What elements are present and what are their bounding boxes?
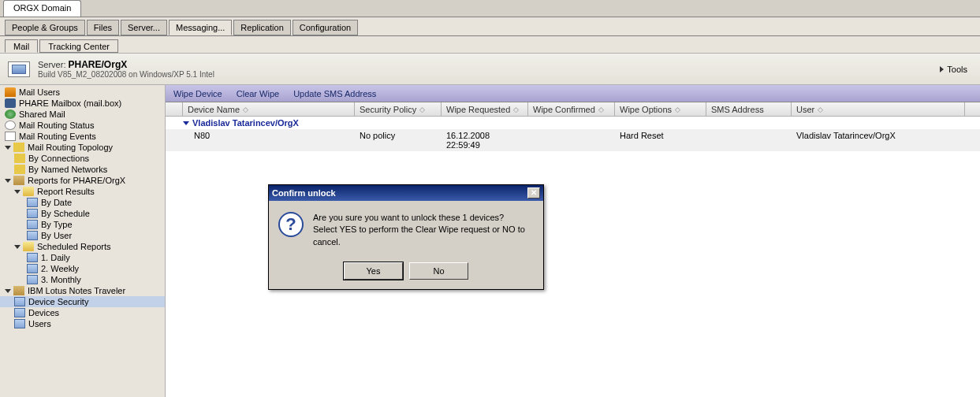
- column-header[interactable]: Wipe Options◇: [615, 102, 706, 116]
- column-header[interactable]: Device Name◇: [183, 102, 355, 116]
- sidebar-item[interactable]: By Date: [0, 197, 165, 208]
- action-link[interactable]: Update SMS Address: [293, 89, 376, 98]
- table-row[interactable]: N80No policy16.12.200822:59:49Hard Reset…: [166, 129, 980, 151]
- column-header[interactable]: Wipe Requested◇: [442, 102, 528, 116]
- grid-icon: [27, 264, 38, 273]
- module-tab[interactable]: Replication: [233, 20, 290, 35]
- sidebar-item-label: By Schedule: [41, 209, 90, 218]
- sidebar-item-label: 1. Daily: [41, 253, 70, 262]
- action-bar: Wipe DeviceClear WipeUpdate SMS Address: [166, 85, 980, 102]
- chevron-down-icon: [14, 190, 20, 194]
- sidebar-item[interactable]: Mail Routing Events: [0, 131, 165, 142]
- sidebar-item[interactable]: Device Security: [0, 296, 165, 307]
- sidebar-item-label: Reports for PHARE/OrgX: [28, 176, 125, 185]
- dialog-message: Are you sure you want to unlock these 1 …: [313, 212, 534, 248]
- sidebar-item[interactable]: Report Results: [0, 186, 165, 197]
- sidebar-item[interactable]: 3. Monthly: [0, 274, 165, 285]
- column-header[interactable]: User◇: [792, 102, 965, 116]
- server-build: Build V85_M2_08202008 on Windows/XP 5.1 …: [38, 70, 935, 79]
- sidebar-item[interactable]: By Type: [0, 219, 165, 230]
- module-tab[interactable]: Server...: [121, 20, 167, 35]
- grid-icon: [27, 198, 38, 207]
- sidebar-item[interactable]: IBM Lotus Notes Traveler: [0, 285, 165, 296]
- grid-icon: [27, 220, 38, 229]
- yes-button[interactable]: Yes: [344, 262, 403, 280]
- sidebar-item[interactable]: Reports for PHARE/OrgX: [0, 175, 165, 186]
- server-name: PHARE/OrgX: [69, 59, 128, 70]
- grid-icon: [14, 297, 25, 306]
- folder-icon: [23, 242, 34, 251]
- sidebar-item-label: IBM Lotus Notes Traveler: [28, 286, 125, 295]
- chevron-down-icon: [14, 245, 20, 249]
- sort-icon: ◇: [598, 106, 604, 113]
- sidebar-item[interactable]: PHARE Mailbox (mail.box): [0, 98, 165, 109]
- sidebar-item[interactable]: By Named Networks: [0, 164, 165, 175]
- device-table: Device Name◇Security Policy◇Wipe Request…: [166, 102, 980, 151]
- folder-icon: [23, 187, 34, 196]
- sidebar-item-label: Users: [28, 319, 51, 328]
- module-tab-bar: People & GroupsFilesServer...Messaging..…: [0, 17, 980, 36]
- net-icon: [14, 165, 25, 174]
- cell: [706, 130, 792, 150]
- cell: [528, 130, 615, 150]
- close-button[interactable]: ✕: [527, 187, 540, 198]
- server-label: Server:: [38, 60, 65, 69]
- category-row[interactable]: Vladislav Tatarincev/OrgX: [166, 117, 980, 129]
- sub-tab[interactable]: Mail: [5, 39, 38, 53]
- sub-tab-bar: MailTracking Center: [0, 36, 980, 54]
- module-tab[interactable]: Files: [87, 20, 119, 35]
- sidebar-item[interactable]: 2. Weekly: [0, 263, 165, 274]
- confirm-dialog: Confirm unlock ✕ ? Are you sure you want…: [268, 184, 544, 290]
- sidebar-item[interactable]: Devices: [0, 307, 165, 318]
- clock-icon: [5, 121, 16, 130]
- sidebar-item-label: 2. Weekly: [41, 264, 79, 273]
- sidebar-item-label: Devices: [28, 308, 59, 317]
- book-icon: [13, 176, 24, 185]
- module-tab[interactable]: Configuration: [293, 20, 358, 35]
- grid-icon: [14, 308, 25, 317]
- sidebar-item[interactable]: Users: [0, 318, 165, 329]
- cell: N80: [183, 130, 355, 150]
- domain-tab-bar: ORGX Domain: [0, 0, 980, 17]
- sidebar-item[interactable]: By Connections: [0, 153, 165, 164]
- server-icon: [8, 61, 30, 77]
- module-tab[interactable]: People & Groups: [5, 20, 85, 35]
- sidebar-item-label: By Date: [41, 198, 72, 207]
- no-button[interactable]: No: [409, 262, 468, 280]
- cell: Vladislav Tatarincev/OrgX: [792, 130, 965, 150]
- sidebar-item[interactable]: Scheduled Reports: [0, 241, 165, 252]
- sidebar-item-label: Mail Routing Topology: [28, 143, 113, 152]
- sidebar-item-label: By User: [41, 231, 72, 240]
- cell: 16.12.200822:59:49: [442, 130, 528, 150]
- action-link[interactable]: Clear Wipe: [237, 89, 279, 98]
- sidebar-item-label: 3. Monthly: [41, 275, 81, 284]
- sidebar-item-label: Mail Routing Status: [19, 121, 94, 130]
- sub-tab[interactable]: Tracking Center: [39, 39, 118, 53]
- sidebar-item-label: Scheduled Reports: [37, 242, 111, 251]
- module-tab[interactable]: Messaging...: [169, 20, 232, 35]
- grid-icon: [27, 275, 38, 284]
- column-header[interactable]: Wipe Confirmed◇: [528, 102, 615, 116]
- chevron-down-icon: [183, 121, 189, 125]
- db-icon: [5, 98, 16, 108]
- sidebar-item[interactable]: Mail Routing Topology: [0, 142, 165, 153]
- sidebar-item[interactable]: Mail Routing Status: [0, 120, 165, 131]
- sort-icon: ◇: [675, 106, 680, 113]
- book-icon: [13, 286, 24, 295]
- sidebar-item[interactable]: Shared Mail: [0, 109, 165, 120]
- tools-button[interactable]: Tools: [935, 63, 972, 76]
- column-header[interactable]: SMS Address: [706, 102, 792, 116]
- sidebar-item[interactable]: By User: [0, 230, 165, 241]
- domain-tab[interactable]: ORGX Domain: [3, 0, 81, 17]
- sidebar: Mail UsersPHARE Mailbox (mail.box)Shared…: [0, 85, 166, 397]
- sidebar-item[interactable]: 1. Daily: [0, 252, 165, 263]
- table-header: Device Name◇Security Policy◇Wipe Request…: [166, 102, 980, 117]
- grid-icon: [14, 319, 25, 328]
- action-link[interactable]: Wipe Device: [173, 89, 222, 98]
- column-header[interactable]: Security Policy◇: [355, 102, 442, 116]
- sidebar-item[interactable]: By Schedule: [0, 208, 165, 219]
- category-label: Vladislav Tatarincev/OrgX: [192, 118, 299, 128]
- sidebar-item[interactable]: Mail Users: [0, 87, 165, 98]
- net-icon: [13, 143, 24, 152]
- sidebar-item-label: By Connections: [28, 154, 89, 163]
